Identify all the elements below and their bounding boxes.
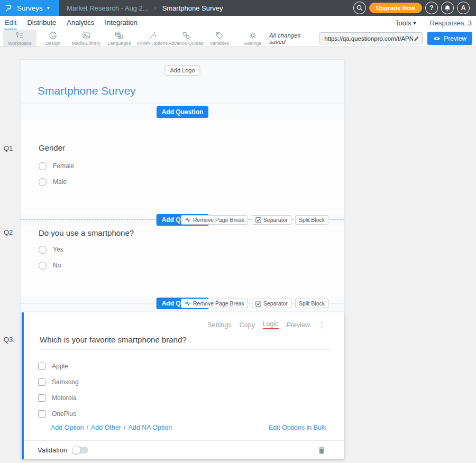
radio-button[interactable] [39,162,47,170]
tab-integration[interactable]: Integration [104,16,138,30]
question-text-input[interactable]: Which is your favorite smartphone brand? [40,335,331,350]
option-label: Apple [52,363,68,370]
answer-option-row: Samsung [38,378,79,386]
tab-edit[interactable]: Edit [4,16,17,30]
upgrade-now-button[interactable]: Upgrade Now [369,3,422,13]
radio-button[interactable] [39,246,47,254]
question-footer: Validation [24,440,344,459]
question-copy-link[interactable]: Copy [239,321,254,329]
help-button[interactable]: ? [425,2,438,14]
preview-label: Preview [444,35,466,42]
question-preview-link[interactable]: Preview [287,321,310,329]
caret-down-icon: ▾ [413,21,416,26]
kebab-menu-icon[interactable]: ⋮ [318,321,326,329]
remove-page-break-button[interactable]: Remove Page Break [181,215,248,225]
toolbar-item-label: Languages [107,41,131,46]
eye-icon [433,36,441,41]
delete-question-button[interactable] [318,447,325,454]
question-block-q1[interactable]: Gender Female Male [21,120,344,214]
survey-url-input[interactable] [324,35,413,42]
page-break-icon [185,301,191,306]
remove-page-break-button[interactable]: Remove Page Break [181,299,248,308]
account-avatar[interactable]: A [457,2,470,14]
add-question-button[interactable]: Add Question [157,106,209,118]
option-label: Yes [53,246,63,253]
validation-toggle[interactable] [72,447,88,453]
surveys-menu-label: Surveys [17,4,43,12]
question-settings-link[interactable]: Settings [207,321,231,329]
surveys-menu-button[interactable]: Surveys ▾ [0,0,59,16]
gear-icon [248,31,258,40]
separator-button[interactable]: Separator [252,215,291,225]
question-text[interactable]: Gender [21,120,344,152]
breadcrumb-current: Smartphone Survey [162,4,223,12]
add-logo-button[interactable]: Add Logo [164,65,200,76]
toolbar-item-label: Design [45,41,60,46]
add-option-link[interactable]: Add Option [51,424,84,431]
responses-count-link[interactable]: Responses: 3 [430,19,472,27]
add-na-option-link[interactable]: Add NA Option [129,424,172,431]
split-block-button[interactable]: Split Block [295,299,328,308]
checkbox[interactable] [38,410,45,418]
tab-distribute[interactable]: Distribute [26,16,57,30]
toolbar-item-design[interactable]: Design [36,30,70,47]
separator-button[interactable]: Separator [252,299,291,308]
answer-option-row: Female [39,162,344,170]
split-block-button[interactable]: Split Block [295,215,328,225]
survey-header-block: Add Logo Smartphone Survey [21,60,344,104]
remove-page-break-label: Remove Page Break [193,217,244,223]
toolbar-item-label: Finish Options [137,41,168,46]
toolbar-item-finish-options[interactable]: Finish Options [136,30,169,47]
toolbar-item-languages[interactable]: Languages [103,30,136,47]
bell-icon [444,5,451,12]
toolbar-item-settings[interactable]: Settings [236,30,269,47]
topbar-actions: Upgrade Now ? A [353,0,470,16]
question-block-q2[interactable]: Do you use a smartphone? Yes No [21,226,344,298]
survey-url-box [319,32,423,44]
separator-label: Separator [263,217,288,223]
question-text[interactable]: Do you use a smartphone? [21,226,344,237]
question-card-q3-selected[interactable]: Settings Copy Logic Preview ⋮ Which is y… [22,312,344,459]
survey-title[interactable]: Smartphone Survey [38,85,136,97]
toolbar-item-label: Variables [209,41,229,46]
toolbar-item-variables[interactable]: Variables [203,30,236,47]
checked-checkbox-icon [255,217,261,223]
radio-button[interactable] [39,262,47,270]
validation-label: Validation [38,446,67,454]
trash-icon [318,447,325,454]
page-break-actions: Remove Page Break Separator Split Block [181,299,328,308]
workspace-icon [15,31,24,40]
tools-label: Tools [395,19,411,27]
toolbar-item-workspace[interactable]: Workspace [3,30,36,47]
avatar-initial: A [461,4,466,12]
edit-options-in-bulk-link[interactable]: Edit Options in Bulk [269,424,326,431]
toolbar-item-advance-quotas[interactable]: Advance Quotas [169,30,203,47]
topbar: Surveys ▾ Market Research - Aug 2... › S… [0,0,476,16]
search-button[interactable] [353,2,366,14]
caret-down-icon: ▾ [47,5,50,11]
toolbar-item-media-library[interactable]: Media Library [69,30,103,47]
tab-analytics[interactable]: Analytics [66,16,95,30]
question-index-label: Q1 [4,144,13,152]
toolbar-item-label: Media Library [71,41,100,46]
palette-icon [48,31,58,40]
page-break-actions: Remove Page Break Separator Split Block [181,215,328,225]
tools-menu[interactable]: Tools ▾ [395,19,416,27]
checkbox[interactable] [38,363,45,370]
radio-button[interactable] [39,178,47,186]
toolbar-right: All changes saved Preview [269,30,476,47]
nav-tabs: Edit Distribute Analytics Integration [4,16,138,30]
notifications-button[interactable] [441,2,454,14]
survey-canvas: Add Logo Smartphone Survey Add Question … [20,59,345,460]
split-block-label: Split Block [299,300,325,307]
checkbox[interactable] [38,394,45,402]
breadcrumb-folder[interactable]: Market Research - Aug 2... [67,4,149,12]
add-other-link[interactable]: Add Other [91,424,121,431]
edit-url-pencil-icon[interactable] [413,35,419,42]
preview-button[interactable]: Preview [427,32,472,45]
question-action-menu: Settings Copy Logic Preview ⋮ [207,320,326,329]
checkbox[interactable] [38,378,45,386]
editor-toolbar: Workspace Design Media Library Languages [0,30,476,47]
question-logic-link[interactable]: Logic [263,320,279,329]
link-separator: / [87,424,88,431]
